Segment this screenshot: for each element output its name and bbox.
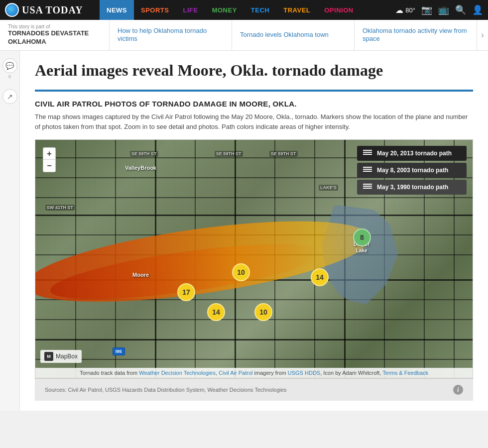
marker-17[interactable]: 17 (177, 283, 195, 301)
comment-button[interactable]: 💬 (2, 58, 17, 73)
interstate-marker: I95 (113, 347, 125, 355)
series-label: This story is part of (8, 24, 101, 29)
info-button[interactable]: i (453, 385, 463, 395)
map-container[interactable]: SE 59TH ST SE 59TH ST SE 59TH ST SW 41TH… (35, 139, 473, 378)
story-link-3[interactable]: Oklahoma tornado activity view from spac… (355, 20, 477, 50)
attr-link-usgs[interactable]: USGS HDDS (288, 370, 320, 376)
street-label-5: LAKE'S (319, 185, 338, 191)
place-label-valleybrook: ValleyBrook (125, 165, 156, 171)
section-title: CIVIL AIR PATROL PHOTOS OF TORNADO DAMAG… (35, 100, 473, 108)
nav-item-opinion[interactable]: OPINION (317, 0, 360, 20)
share-icon: ↗ (7, 93, 13, 101)
legend-item-2013[interactable]: May 20, 2013 tornado path (357, 146, 467, 161)
search-icon[interactable]: 🔍 (455, 4, 466, 15)
zoom-controls: + − (43, 147, 56, 172)
marker-10a[interactable]: 10 (232, 263, 250, 281)
share-button[interactable]: ↗ (2, 89, 17, 104)
brand-name[interactable]: USA TODAY (22, 4, 83, 16)
story-bar-next[interactable]: › (477, 20, 488, 50)
marker-10b[interactable]: 10 (254, 303, 272, 321)
legend-line-2 (363, 152, 372, 153)
road-h3 (35, 197, 473, 198)
weather-widget: ☁ 80° (395, 5, 415, 15)
legend-icon-2003 (363, 167, 373, 174)
zoom-in-button[interactable]: + (43, 148, 55, 160)
street-label-1: SE 59TH ST (130, 151, 158, 157)
logo-area: USA TODAY (5, 3, 100, 17)
story-link-1[interactable]: How to help Oklahoma tornado victims (110, 20, 232, 50)
article-title: Aerial images reveal Moore, Okla. tornad… (35, 61, 473, 80)
legend-line-9 (363, 188, 372, 189)
camera-icon[interactable]: 📷 (421, 4, 432, 15)
attr-link-terms[interactable]: Terms & Feedback (382, 370, 428, 376)
street-label-2: SE 59TH ST (215, 151, 243, 157)
legend-line-3 (363, 154, 372, 155)
nav-item-sports[interactable]: SPORTS (134, 0, 176, 20)
marker-14a[interactable]: 14 (311, 268, 329, 286)
street-label-3: SE 59TH ST (269, 151, 298, 157)
nav-item-news[interactable]: NEWS (100, 0, 134, 20)
legend-label-2013: May 20, 2013 tornado path (377, 150, 452, 157)
nav-item-tech[interactable]: TECH (244, 0, 276, 20)
legend-icon-1990 (363, 184, 373, 191)
user-icon[interactable]: 👤 (472, 4, 483, 15)
nav-menu: NEWS SPORTS LIFE MONEY TECH TRAVEL OPINI… (100, 0, 361, 20)
map-description: The map shows images captured by the Civ… (35, 112, 473, 131)
article-divider (35, 90, 473, 92)
top-navigation: USA TODAY NEWS SPORTS LIFE MONEY TECH TR… (0, 0, 488, 20)
street-label-4: SW 41TH ST (45, 205, 75, 211)
nav-item-money[interactable]: MONEY (205, 0, 244, 20)
road-h4 (35, 215, 473, 216)
legend-label-1990: May 3, 1990 tornado path (377, 184, 448, 191)
story-link-3-text: Oklahoma tornado activity view from spac… (363, 27, 469, 44)
video-icon[interactable]: 📺 (438, 4, 449, 15)
logo-circle-icon (5, 3, 19, 17)
legend-item-1990[interactable]: May 3, 1990 tornado path (357, 180, 467, 195)
mapbox-logo-icon: M (44, 352, 53, 361)
marker-8[interactable]: 8 (353, 228, 371, 246)
mapbox-label: M MapBox (40, 350, 82, 363)
legend-label-2003: May 8, 2003 tornado path (377, 167, 448, 174)
attr-link-wdt[interactable]: Weather Decision Technologies (139, 370, 216, 376)
story-link-1-text: How to help Oklahoma tornado victims (118, 27, 224, 44)
legend-line-7 (363, 184, 372, 185)
zoom-out-button[interactable]: − (43, 160, 55, 172)
road-h9 (35, 319, 473, 320)
temperature: 80° (405, 6, 415, 14)
sources-bar: Sources: Civil Air Patrol, USGS Hazards … (35, 378, 473, 401)
comment-count: 0 (8, 74, 11, 79)
nav-item-life[interactable]: LIFE (176, 0, 205, 20)
map-attribution: Tornado track data from Weather Decision… (35, 368, 473, 378)
legend-item-2003[interactable]: May 8, 2003 tornado path (357, 163, 467, 178)
story-link-2-text: Tornado levels Oklahoma town (240, 31, 346, 39)
map-legend: May 20, 2013 tornado path May 8, 2003 to… (357, 146, 467, 197)
legend-line-8 (363, 186, 372, 187)
attr-link-cap[interactable]: Civil Air Patrol (219, 370, 252, 376)
nav-item-travel[interactable]: TRAVEL (276, 0, 317, 20)
cloud-icon: ☁ (395, 5, 403, 15)
nav-right: ☁ 80° 📷 📺 🔍 👤 (395, 4, 483, 15)
mapbox-text: MapBox (56, 353, 78, 360)
road-h11 (35, 359, 473, 360)
story-bar: This story is part of TORNADOES DEVASTAT… (0, 20, 488, 51)
mapbox-logo-letter: M (47, 354, 51, 359)
content-wrapper: 💬 0 ↗ Aerial images reveal Moore, Okla. … (0, 51, 488, 411)
legend-line-4 (363, 167, 372, 168)
legend-icon-2013 (363, 150, 373, 157)
left-sidebar: 💬 0 ↗ (0, 51, 20, 411)
legend-line-5 (363, 169, 372, 170)
sources-text: Sources: Civil Air Patrol, USGS Hazards … (45, 387, 287, 393)
story-series[interactable]: This story is part of TORNADOES DEVASTAT… (0, 20, 110, 50)
place-label-moore: Moore (132, 272, 149, 278)
legend-line-6 (363, 171, 372, 172)
series-title: TORNADOES DEVASTATE OKLAHOMA (8, 29, 101, 46)
road-h10 (35, 339, 473, 340)
story-link-2[interactable]: Tornado levels Oklahoma town (232, 20, 355, 50)
legend-line-1 (363, 150, 372, 151)
main-content: Aerial images reveal Moore, Okla. tornad… (20, 51, 488, 411)
marker-14b[interactable]: 14 (207, 303, 225, 321)
